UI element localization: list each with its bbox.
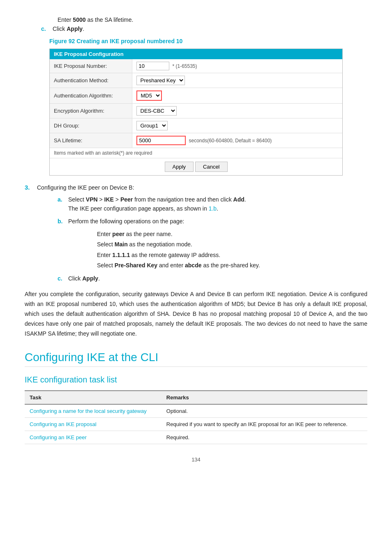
field-auth-algo: MD5 SHA <box>132 88 343 103</box>
select-dh-group[interactable]: Group1 Group2 Group5 <box>136 121 168 130</box>
step-c-label: c. <box>41 25 49 32</box>
table-cell-task: Configuring an IKE proposal <box>25 418 161 431</box>
select-auth-algo[interactable]: MD5 SHA <box>136 90 162 101</box>
input-proposal-number[interactable] <box>136 62 169 70</box>
link-task-3[interactable]: Configuring an IKE peer <box>30 434 87 440</box>
table-body: Configuring a name for the local securit… <box>25 404 367 444</box>
paragraph-text: After you complete the configuration, se… <box>25 290 367 338</box>
form-row-proposal-number: IKE Proposal Number: * (1-65535) <box>50 59 342 73</box>
step3-number: 3. <box>25 184 33 191</box>
section-heading-large: Configuring IKE at the CLI <box>25 351 367 367</box>
figure-caption: Figure 92 Creating an IKE proposal numbe… <box>49 38 367 44</box>
form-buttons: Apply Cancel <box>50 158 342 175</box>
apply-button[interactable]: Apply <box>165 162 194 172</box>
table-cell-task: Configuring a name for the local securit… <box>25 404 161 418</box>
col-task: Task <box>25 391 161 404</box>
link-task-2[interactable]: Configuring an IKE proposal <box>30 421 97 427</box>
label-auth-algo: Authentication Algorithm: <box>50 88 132 104</box>
label-sa-lifetime: SA Lifetime: <box>50 133 132 148</box>
hint-proposal-number: * (1-65535) <box>173 63 197 69</box>
select-enc-algo[interactable]: DES-CBC 3DES-CBC AES-CBC <box>136 106 177 116</box>
ike-form-table: IKE Proposal Number: * (1-65535) Authent… <box>50 59 342 148</box>
sub-label-a: a. <box>58 196 65 203</box>
indented-lines: Enter peer as the peer name. Select Main… <box>97 229 367 271</box>
table-row: Configuring an IKE proposal Required if … <box>25 418 367 431</box>
field-enc-algo: DES-CBC 3DES-CBC AES-CBC <box>132 104 343 118</box>
step3-title: Configuring the IKE peer on Device B: <box>37 184 134 191</box>
input-sa-lifetime[interactable] <box>136 136 186 145</box>
sub-label-c: c. <box>58 275 65 282</box>
table-header-row: Task Remarks <box>25 391 367 404</box>
step-c-apply: c. Click Apply. <box>41 25 367 32</box>
field-auth-method: Preshared Key RSA Signature <box>132 73 343 88</box>
config-table: Task Remarks Configuring a name for the … <box>25 390 367 444</box>
ike-proposal-form: IKE Proposal Configuration IKE Proposal … <box>49 49 343 176</box>
sub-content-b: Perform the following operations on the … <box>68 217 184 226</box>
section-heading-medium: IKE configuration task list <box>25 375 367 385</box>
form-row-sa-lifetime: SA Lifetime: seconds(60-604800, Default … <box>50 133 342 148</box>
label-auth-method: Authentication Method: <box>50 73 132 88</box>
indented-line-4: Select Pre-Shared Key and enter abcde as… <box>97 260 367 271</box>
field-proposal-number: * (1-65535) <box>132 59 343 73</box>
hint-sa-lifetime: seconds(60-604800, Default = 86400) <box>189 138 272 144</box>
table-cell-remarks: Optional. <box>161 404 367 418</box>
intro-line1: Enter 5000 as the SA lifetime. <box>58 16 367 23</box>
sub-steps: a. Select VPN > IKE > Peer from the navi… <box>58 195 367 283</box>
table-row: Configuring an IKE peer Required. <box>25 431 367 444</box>
page-number: 134 <box>25 457 367 463</box>
link-task-1[interactable]: Configuring a name for the local securit… <box>30 408 147 414</box>
select-auth-method[interactable]: Preshared Key RSA Signature <box>136 76 185 85</box>
form-row-auth-method: Authentication Method: Preshared Key RSA… <box>50 73 342 88</box>
col-remarks: Remarks <box>161 391 367 404</box>
field-sa-lifetime: seconds(60-604800, Default = 86400) <box>132 133 343 148</box>
label-dh-group: DH Group: <box>50 118 132 133</box>
label-proposal-number: IKE Proposal Number: <box>50 59 132 73</box>
sub-content-a: Select VPN > IKE > Peer from the navigat… <box>68 195 246 213</box>
indented-line-3: Enter 1.1.1.1 as the remote gateway IP a… <box>97 250 367 260</box>
table-row: Configuring a name for the local securit… <box>25 404 367 418</box>
ike-form-header: IKE Proposal Configuration <box>50 49 342 59</box>
label-enc-algo: Encryption Algorithm: <box>50 104 132 118</box>
indented-line-1: Enter peer as the peer name. <box>97 229 367 239</box>
indented-line-2: Select Main as the negotiation mode. <box>97 239 367 250</box>
sub-step-b: b. Perform the following operations on t… <box>58 217 367 226</box>
form-row-enc-algo: Encryption Algorithm: DES-CBC 3DES-CBC A… <box>50 104 342 118</box>
step3-header: 3. Configuring the IKE peer on Device B: <box>25 184 367 191</box>
form-row-dh-group: DH Group: Group1 Group2 Group5 <box>50 118 342 133</box>
step-c-text: Click Apply. <box>53 25 84 32</box>
link-1b[interactable]: 1.b <box>209 205 217 212</box>
asterisk-note: Items marked with an asterisk(*) are req… <box>50 148 342 158</box>
step3-container: 3. Configuring the IKE peer on Device B:… <box>25 184 367 283</box>
sub-step-c: c. Click Apply. <box>58 274 367 283</box>
table-cell-remarks: Required if you want to specify an IKE p… <box>161 418 367 431</box>
cancel-button[interactable]: Cancel <box>195 162 227 172</box>
sub-content-c: Click Apply. <box>68 274 100 283</box>
table-cell-remarks: Required. <box>161 431 367 444</box>
field-dh-group: Group1 Group2 Group5 <box>132 118 343 133</box>
form-row-auth-algo: Authentication Algorithm: MD5 SHA <box>50 88 342 104</box>
sub-label-b: b. <box>58 218 65 225</box>
table-cell-task: Configuring an IKE peer <box>25 431 161 444</box>
sub-step-a: a. Select VPN > IKE > Peer from the navi… <box>58 195 367 213</box>
